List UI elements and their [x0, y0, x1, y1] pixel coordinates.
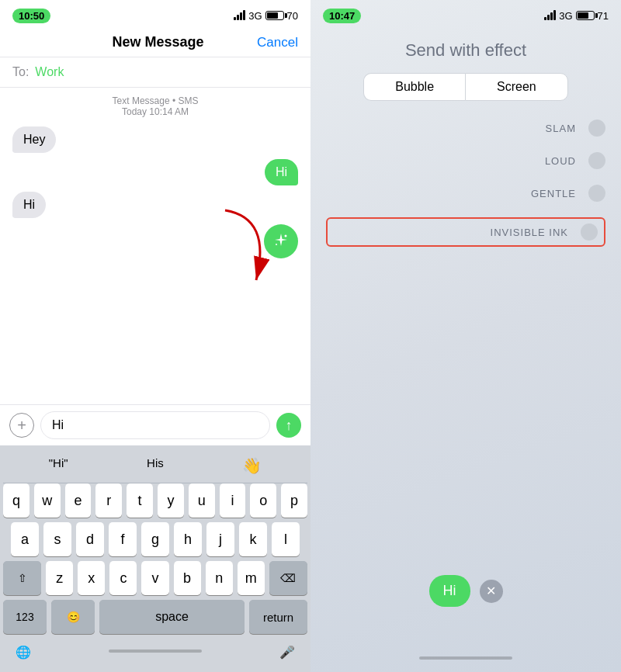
right-network-label: 3G [559, 10, 572, 22]
effect-invisible-ink-label: INVISIBLE INK [491, 227, 568, 238]
key-u[interactable]: u [189, 483, 215, 518]
key-h[interactable]: h [174, 522, 202, 556]
effect-loud-dot [588, 152, 605, 169]
right-signal-icon [544, 11, 556, 20]
key-r[interactable]: r [95, 483, 122, 518]
home-indicator [109, 649, 202, 653]
key-w[interactable]: w [34, 483, 61, 518]
key-n[interactable]: n [206, 561, 233, 595]
left-status-bar: 10:50 3G 70 [0, 0, 310, 31]
key-t[interactable]: t [127, 483, 153, 518]
key-m[interactable]: m [238, 561, 265, 595]
svg-point-1 [276, 244, 277, 245]
left-panel: 10:50 3G 70 New Message Cancel To: Work … [0, 0, 310, 672]
cancel-button[interactable]: Cancel [257, 35, 298, 50]
message-timestamp: Text Message • SMS Today 10:14 AM [12, 95, 298, 117]
message-area: Text Message • SMS Today 10:14 AM Hey Hi… [0, 88, 310, 404]
add-button[interactable]: + [9, 413, 34, 438]
right-battery-label: 71 [598, 10, 609, 22]
key-z[interactable]: z [46, 561, 73, 595]
emoji-key[interactable]: 😊 [51, 600, 95, 634]
effect-invisible-ink[interactable]: INVISIBLE INK [326, 217, 605, 247]
shift-key[interactable]: ⇧ [3, 561, 41, 595]
send-button[interactable]: ↑ [276, 413, 301, 438]
delete-key[interactable]: ⌫ [269, 561, 307, 595]
to-label: To: [12, 65, 29, 79]
effect-loud[interactable]: LOUD [326, 152, 605, 169]
right-time: 10:47 [323, 9, 361, 23]
key-l[interactable]: l [272, 522, 300, 556]
keyboard-row-4: 123 😊 space return [3, 600, 307, 634]
keyboard-row-2: a s d f g h j k l [3, 522, 307, 556]
battery-icon [265, 11, 284, 20]
effect-title: Send with effect [310, 31, 621, 73]
input-bar: + Hi ↑ [0, 404, 310, 445]
right-panel: 10:47 3G 71 Send with effect Bubble Scre… [310, 0, 621, 672]
nav-title: New Message [113, 34, 204, 50]
to-value[interactable]: Work [35, 65, 64, 79]
return-key[interactable]: return [249, 600, 307, 634]
key-c[interactable]: c [109, 561, 137, 595]
effect-gentle[interactable]: GENTLE [326, 185, 605, 202]
effects-list: SLAM LOUD GENTLE INVISIBLE INK [310, 120, 621, 559]
right-status-icons: 3G 71 [544, 10, 609, 22]
tabs-row: Bubble Screen [310, 73, 621, 101]
preview-bubble: Hi [429, 575, 470, 607]
suggestion-hi[interactable]: "Hi" [43, 455, 75, 476]
key-p[interactable]: p [281, 483, 307, 518]
message-input[interactable]: Hi [40, 411, 270, 439]
to-field: To: Work [0, 57, 310, 88]
message-sparkle [264, 224, 298, 258]
key-b[interactable]: b [174, 561, 201, 595]
space-key[interactable]: space [99, 600, 245, 634]
tab-bubble[interactable]: Bubble [363, 73, 465, 101]
key-f[interactable]: f [109, 522, 137, 556]
key-d[interactable]: d [76, 522, 104, 556]
mic-icon[interactable]: 🎤 [279, 645, 295, 660]
suggestion-his[interactable]: His [141, 455, 170, 476]
effect-slam[interactable]: SLAM [326, 120, 605, 137]
right-battery-icon [576, 11, 595, 20]
tab-screen[interactable]: Screen [465, 73, 568, 101]
signal-icon [234, 11, 245, 20]
effect-gentle-dot [588, 185, 605, 202]
bottom-bar: 🌐 🎤 [3, 639, 307, 669]
suggestion-emoji[interactable]: 👋 [236, 455, 268, 476]
suggestions-row: "Hi" His 👋 [3, 452, 307, 483]
effect-loud-label: LOUD [545, 155, 576, 167]
preview-area: Hi ✕ [310, 559, 621, 622]
key-y[interactable]: y [158, 483, 184, 518]
key-s[interactable]: s [43, 522, 71, 556]
keyboard-row-1: q w e r t y u i o p [3, 483, 307, 518]
message-hey: Hey [12, 126, 56, 153]
key-x[interactable]: x [78, 561, 105, 595]
key-q[interactable]: q [3, 483, 29, 518]
key-o[interactable]: o [250, 483, 276, 518]
globe-icon[interactable]: 🌐 [16, 645, 31, 660]
keyboard-row-3: ⇧ z x c v b n m ⌫ [3, 561, 307, 595]
effect-invisible-ink-dot [581, 223, 598, 241]
close-preview-button[interactable]: ✕ [480, 580, 503, 603]
key-k[interactable]: k [239, 522, 267, 556]
effect-slam-label: SLAM [546, 123, 576, 134]
battery-label: 70 [287, 10, 298, 22]
key-g[interactable]: g [141, 522, 169, 556]
right-home-indicator [419, 656, 512, 660]
left-status-icons: 3G 70 [234, 10, 298, 22]
network-label: 3G [248, 10, 262, 22]
right-status-bar: 10:47 3G 71 [310, 0, 621, 31]
nav-bar: New Message Cancel [0, 31, 310, 57]
left-time: 10:50 [12, 9, 50, 23]
effect-slam-dot [588, 120, 605, 137]
key-v[interactable]: v [141, 561, 168, 595]
numbers-key[interactable]: 123 [3, 600, 47, 634]
key-e[interactable]: e [65, 483, 92, 518]
key-i[interactable]: i [220, 483, 246, 518]
key-a[interactable]: a [11, 522, 39, 556]
message-hi-received: Hi [12, 192, 46, 218]
svg-point-0 [285, 235, 287, 237]
message-hi-sent: Hi [265, 159, 298, 185]
effect-gentle-label: GENTLE [531, 188, 576, 199]
keyboard: "Hi" His 👋 q w e r t y u i o p a s d f g… [0, 445, 310, 672]
key-j[interactable]: j [206, 522, 234, 556]
